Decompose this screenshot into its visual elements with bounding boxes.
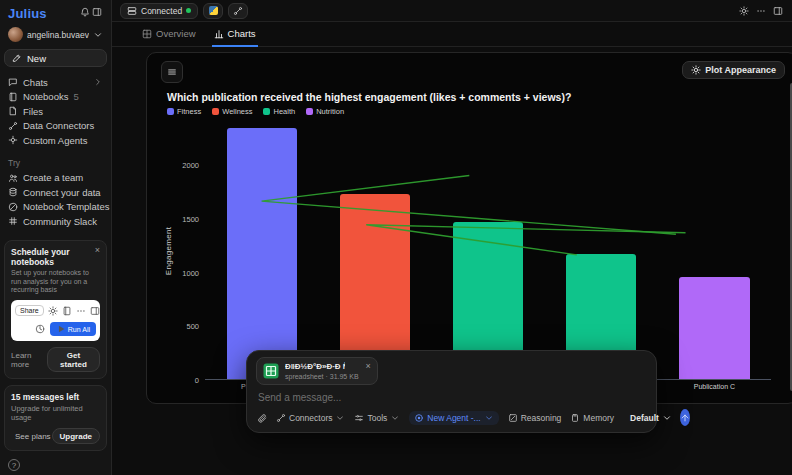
sidebar-item-community-slack[interactable]: Community Slack [4,214,107,229]
sidebar-item-notebook-templates[interactable]: Notebook Templates [4,200,107,215]
gear-icon [691,65,701,75]
see-plans-link[interactable]: See plans [11,432,51,441]
sidebar-item-data-connectors[interactable]: Data Connectors [4,119,107,134]
sliders-icon [354,413,364,423]
sidebar-item-notebooks[interactable]: Notebooks 5 [4,90,107,105]
chevron-down-icon [93,30,103,40]
chevron-down-icon [335,413,345,423]
panel-icon[interactable] [91,6,103,20]
notebook-icon [62,306,72,316]
composer-new-agent-button[interactable]: New Agent -... [409,411,498,425]
topbar: Connected [112,0,792,22]
tab-overview[interactable]: Overview [140,28,198,47]
memory-icon [570,413,580,423]
main-area: Connected Overview Charts Plot Appearanc… [112,0,792,475]
schedule-card-description: Set up your notebooks to run analysis fo… [11,269,100,295]
avatar [8,27,23,42]
get-started-button[interactable]: Get started [47,347,100,372]
attachment-chip: Đ‖Đ½Đ°Đ»Đ·Đ Ñ‖Đ‖... spreadsheet · 31.95 … [256,357,378,385]
x-tick-publication-c: Publication C [658,383,771,390]
hamburger-icon [167,67,177,77]
sidebar: Julius angelina.buvaeva.b... New Chats N… [0,0,112,475]
sidebar-item-chats[interactable]: Chats [4,75,107,90]
gear-icon[interactable] [738,1,750,21]
message-input[interactable] [258,392,649,403]
messages-left-card: 15 messages left Upgrade for unlimited u… [4,385,107,451]
composer-tools-button[interactable]: Tools [354,413,400,423]
team-icon [8,173,18,183]
composer-connectors-button[interactable]: Connectors [276,413,345,423]
chevron-right-icon [93,77,103,87]
connected-status-pill[interactable]: Connected [120,3,198,19]
new-button[interactable]: New [4,49,107,67]
schedule-notebooks-card: Schedule your notebooks × Set up your no… [4,240,107,379]
connector-badge[interactable] [228,3,248,19]
legend-item-fitness: Fitness [167,107,201,116]
help-button[interactable]: ? [8,459,20,471]
paperclip-icon[interactable] [256,412,268,424]
chart-icon [214,29,224,39]
sidebar-item-custom-agents[interactable]: Custom Agents [4,133,107,148]
try-section-header: Try [4,148,107,171]
file-icon [8,106,18,116]
clock-icon [35,324,45,334]
chart-title: Which publication received the highest e… [167,91,785,103]
composer-memory-button[interactable]: Memory [570,413,614,423]
schedule-preview: Share Run All [11,300,100,341]
preview-run-all-button: Run All [50,322,96,336]
chevron-down-icon [662,413,672,423]
play-icon [56,324,66,334]
user-name: angelina.buvaeva.b... [27,30,89,40]
panel-icon[interactable] [772,1,784,21]
bell-icon[interactable] [79,6,91,20]
database-icon [8,187,18,197]
connector-icon [8,121,18,131]
grid-icon [142,29,152,39]
y-tick-1500: 1500 [169,214,199,223]
y-tick-1000: 1000 [169,268,199,277]
panel-icon [90,306,100,316]
tab-bar: Overview Charts [112,22,792,47]
notebook-icon [8,92,18,102]
chart-menu-button[interactable] [161,61,183,83]
sidebar-item-create-a-team[interactable]: Create a team [4,171,107,186]
sidebar-item-files[interactable]: Files [4,104,107,119]
sidebar-header: Julius [4,5,107,21]
dots-icon[interactable] [755,1,767,21]
plot-area: Engagement 0500100015002000 [205,122,771,380]
model-selector[interactable]: Default [630,413,672,423]
composer-reasoning-button[interactable]: Reasoning [508,413,562,423]
connected-label: Connected [141,6,182,16]
message-composer: Đ‖Đ½Đ°Đ»Đ·Đ Ñ‖Đ‖... spreadsheet · 31.95 … [246,350,657,433]
schedule-card-title: Schedule your notebooks [11,247,95,267]
close-icon[interactable]: × [95,247,100,254]
chat-icon [8,77,18,87]
tab-charts[interactable]: Charts [212,28,258,47]
reasoning-icon [508,413,518,423]
preview-share-button: Share [15,305,44,316]
chevron-down-icon [390,413,400,423]
template-icon [8,202,18,212]
chevron-down-icon [484,413,494,423]
send-button[interactable] [680,409,690,426]
attachment-name: Đ‖Đ½Đ°Đ»Đ·Đ Ñ‖Đ‖... [285,362,345,371]
python-kernel-badge[interactable] [203,3,223,19]
y-tick-500: 500 [169,322,199,331]
slack-icon [8,216,18,226]
user-menu[interactable]: angelina.buvaeva.b... [4,21,107,49]
chart-legend: Fitness Wellness Health Nutrition [167,107,785,116]
remove-attachment-icon[interactable]: × [366,362,371,370]
learn-more-link[interactable]: Learn more [11,351,47,369]
arrow-up-icon [680,413,690,423]
sidebar-try-nav: Create a team Connect your data Notebook… [4,171,107,229]
plot-appearance-button[interactable]: Plot Appearance [682,61,785,79]
notebooks-count-badge: 5 [73,91,78,102]
sidebar-nav: Chats Notebooks 5 Files Data Connectors … [4,75,107,148]
gear-icon [48,306,58,316]
legend-item-nutrition: Nutrition [306,107,344,116]
sidebar-item-connect-your-data[interactable]: Connect your data [4,185,107,200]
server-icon [127,6,137,16]
connector-icon [276,413,286,423]
upgrade-button[interactable]: Upgrade [52,428,100,444]
messages-left-title: 15 messages left [11,392,100,402]
